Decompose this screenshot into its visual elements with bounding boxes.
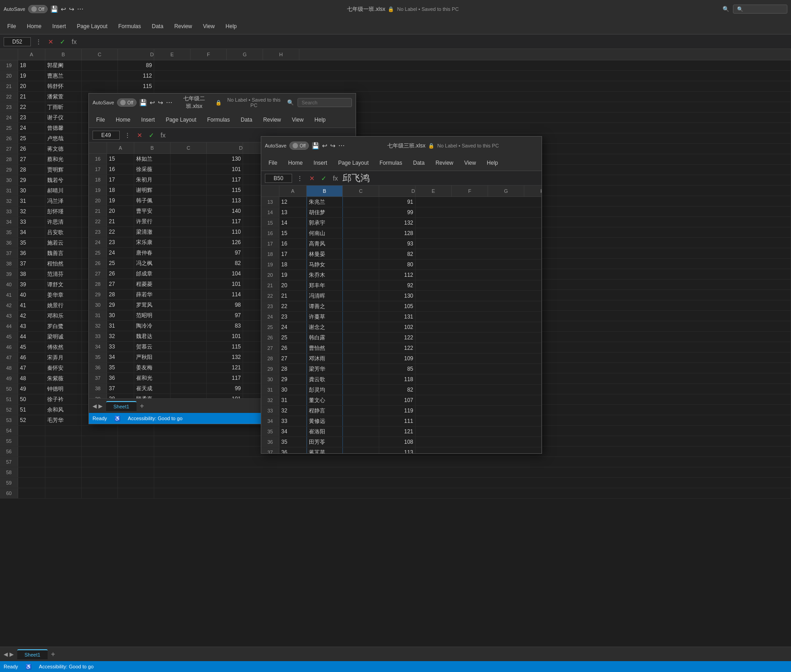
cell-b[interactable]: 朱兆兰 [307, 197, 343, 207]
col-header-d-3[interactable]: D [379, 186, 415, 196]
cell-b[interactable]: 郭承宇 [307, 218, 343, 228]
cell-a[interactable]: 16 [279, 239, 307, 249]
cell-b[interactable]: 宋弄月 [45, 353, 82, 363]
cell-a[interactable]: 47 [18, 363, 45, 373]
cell-b[interactable]: 黄修远 [307, 416, 343, 426]
cell-d[interactable]: 115 [207, 185, 243, 195]
cell-c[interactable] [343, 322, 379, 332]
cell-a[interactable]: 19 [279, 270, 307, 280]
cell-a[interactable]: 31 [18, 196, 45, 206]
cell-c[interactable] [343, 437, 379, 447]
cell-a[interactable]: 29 [107, 300, 134, 310]
menu-insert-2[interactable]: Insert [136, 115, 160, 125]
table-row[interactable]: 58 [0, 467, 791, 478]
cell-d[interactable]: 107 [379, 395, 415, 405]
cell-d[interactable]: 104 [207, 269, 243, 279]
cell-b[interactable]: 谢念之 [307, 322, 343, 332]
redo-icon-2[interactable]: ↪ [158, 99, 163, 106]
cell-c[interactable] [82, 426, 118, 436]
table-row[interactable]: 3534崔洛阳121 [261, 427, 542, 437]
cell-d[interactable]: 118 [379, 374, 415, 384]
cancel-btn-2[interactable]: ✕ [135, 132, 144, 139]
menu-pagelayout-2[interactable]: Page Layout [160, 115, 201, 125]
cell-a[interactable]: 18 [18, 60, 45, 70]
cell-ref-3[interactable]: B50 [265, 174, 292, 183]
cell-a[interactable]: 13 [279, 207, 307, 217]
cell-d[interactable]: 80 [379, 260, 415, 270]
fx-btn-3[interactable]: fx [331, 175, 340, 182]
cell-a[interactable]: 48 [18, 373, 45, 383]
cell-b[interactable]: 秦怀安 [45, 363, 82, 373]
cell-a[interactable]: 31 [107, 321, 134, 331]
cell-a[interactable]: 27 [18, 154, 45, 164]
cell-a[interactable]: 46 [18, 353, 45, 363]
cell-a[interactable]: 40 [18, 290, 45, 300]
cell-c[interactable] [82, 436, 118, 446]
table-row[interactable]: 1716高青风93 [261, 239, 542, 249]
cell-a[interactable]: 25 [279, 333, 307, 343]
menu-view-2[interactable]: View [287, 115, 309, 125]
cell-c[interactable] [343, 395, 379, 405]
cell-d[interactable]: 83 [207, 321, 243, 331]
cell-b[interactable]: 吕安歌 [45, 227, 82, 237]
cell-c[interactable] [82, 457, 118, 467]
cell-b[interactable]: 蒋文德 [45, 144, 82, 154]
cell-a[interactable]: 26 [279, 343, 307, 353]
cell-a[interactable]: 49 [18, 384, 45, 394]
table-row[interactable]: 1615何南山128 [261, 228, 542, 239]
cell-c[interactable] [343, 239, 379, 249]
cell-b[interactable]: 程静言 [307, 406, 343, 416]
table-row[interactable]: 1413胡佳梦99 [261, 207, 542, 218]
cell-c[interactable] [171, 352, 207, 362]
col-header-b-2[interactable]: B [134, 142, 171, 153]
cell-a[interactable]: 20 [279, 280, 307, 290]
cell-d[interactable]: 101 [207, 394, 243, 398]
cell-ref-1[interactable]: D52 [4, 37, 31, 46]
col-header-h-1[interactable]: H [263, 49, 299, 60]
cell-a[interactable] [18, 488, 45, 498]
cell-a[interactable]: 17 [107, 175, 134, 185]
table-row[interactable]: 2120郑丰年92 [261, 280, 542, 291]
cell-b[interactable]: 朱紫薇 [45, 373, 82, 383]
col-header-b-1[interactable]: B [45, 49, 82, 60]
confirm-btn-2[interactable]: ✓ [147, 132, 156, 139]
cell-b[interactable]: 潘紫萱 [45, 92, 82, 102]
cell-c[interactable] [171, 185, 207, 195]
cell-b[interactable]: 贾明辉 [45, 165, 82, 175]
cell-d[interactable] [118, 446, 154, 456]
cell-a[interactable]: 45 [18, 342, 45, 352]
menu-review-2[interactable]: Review [258, 115, 286, 125]
col-header-c-2[interactable]: C [171, 142, 207, 153]
cell-d[interactable]: 117 [207, 216, 243, 226]
table-row[interactable]: 2221冯清晖130 [261, 291, 542, 301]
confirm-btn-1[interactable]: ✓ [58, 38, 67, 45]
cell-b[interactable]: 郝晴川 [45, 186, 82, 196]
cell-c[interactable] [343, 249, 379, 259]
cell-a[interactable]: 32 [18, 206, 45, 216]
cell-b[interactable]: 冯清晖 [307, 291, 343, 301]
cell-b[interactable] [45, 436, 82, 446]
cell-d[interactable]: 115 [118, 81, 154, 91]
cell-b[interactable]: 卢悠哉 [45, 133, 82, 143]
cell-d[interactable]: 99 [379, 207, 415, 217]
col-header-e-3[interactable]: E [415, 186, 452, 196]
sheet-tab-sheet1-1[interactable]: Sheet1 [17, 649, 48, 659]
table-row[interactable]: 1918郭星阑89 [0, 60, 791, 71]
cell-b[interactable]: 邰成章 [134, 269, 171, 279]
col-header-d-2[interactable]: D [207, 142, 243, 153]
menu-help-3[interactable]: Help [481, 158, 503, 168]
table-row[interactable]: 3231董文心107 [261, 395, 542, 406]
cell-b[interactable]: 许思清 [45, 217, 82, 227]
cell-b[interactable]: 马静女 [307, 260, 343, 270]
cell-b[interactable]: 崔洛阳 [307, 427, 343, 437]
cell-a[interactable]: 21 [279, 291, 307, 301]
cell-a[interactable]: 14 [279, 218, 307, 228]
cell-d[interactable]: 121 [379, 427, 415, 437]
cell-a[interactable]: 22 [279, 301, 307, 311]
col-header-a-2[interactable]: A [107, 142, 134, 153]
cell-a[interactable]: 34 [279, 427, 307, 437]
cell-c[interactable] [343, 280, 379, 290]
cell-d[interactable]: 119 [379, 406, 415, 416]
cell-b[interactable]: 梁清澈 [134, 227, 171, 237]
cell-d[interactable]: 117 [207, 175, 243, 185]
